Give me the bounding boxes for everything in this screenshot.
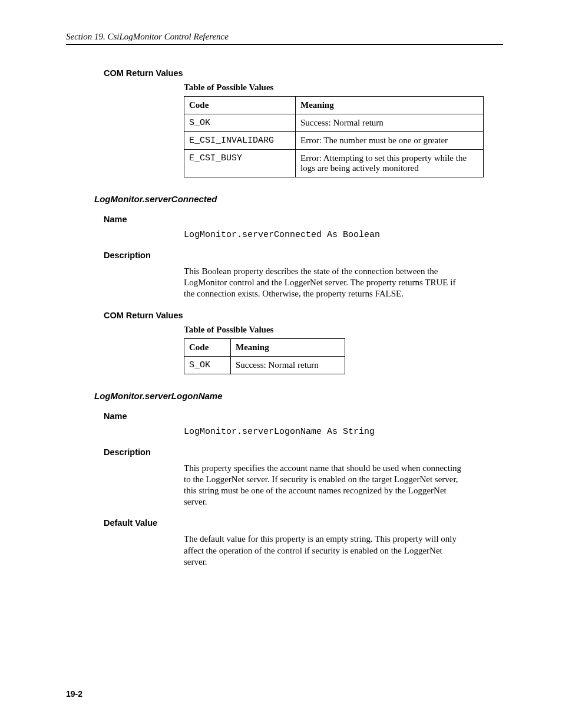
description-text-2: This property specifies the account name… bbox=[184, 463, 468, 508]
th-code: Code bbox=[184, 97, 296, 114]
section-title-serverlogonname: LogMonitor.serverLogonName bbox=[94, 391, 503, 401]
cell-code: S_OK bbox=[184, 114, 296, 132]
table-possible-values-2: Code Meaning S_OK Success: Normal return bbox=[184, 338, 345, 374]
table-header-row: Code Meaning bbox=[184, 338, 345, 356]
heading-default-value: Default Value bbox=[104, 518, 503, 528]
cell-meaning: Success: Normal return bbox=[231, 356, 345, 374]
default-value-text: The default value for this property is a… bbox=[184, 533, 468, 568]
heading-name-1: Name bbox=[104, 215, 503, 224]
name-value-1: LogMonitor.serverConnected As Boolean bbox=[184, 230, 503, 240]
description-text-1: This Boolean property describes the stat… bbox=[184, 266, 468, 300]
heading-com-return-values-1: COM Return Values bbox=[104, 68, 503, 78]
th-code: Code bbox=[184, 338, 231, 356]
running-head: Section 19. CsiLogMonitor Control Refere… bbox=[66, 32, 503, 45]
heading-name-2: Name bbox=[104, 411, 503, 421]
heading-description-2: Description bbox=[104, 447, 503, 457]
cell-meaning: Error: Attempting to set this property w… bbox=[296, 150, 484, 177]
page-number: 19-2 bbox=[66, 689, 82, 699]
table-possible-values-1: Code Meaning S_OK Success: Normal return… bbox=[184, 96, 484, 177]
th-meaning: Meaning bbox=[231, 338, 345, 356]
name-value-2: LogMonitor.serverLogonName As String bbox=[184, 427, 503, 437]
table-row: E_CSI_INVALIDARG Error: The number must … bbox=[184, 132, 484, 150]
heading-description-1: Description bbox=[104, 251, 503, 260]
cell-code: E_CSI_INVALIDARG bbox=[184, 132, 296, 150]
cell-code: S_OK bbox=[184, 356, 231, 374]
table-caption-1: Table of Possible Values bbox=[184, 83, 503, 93]
heading-com-return-values-2: COM Return Values bbox=[104, 311, 503, 320]
cell-code: E_CSI_BUSY bbox=[184, 150, 296, 177]
table-row: S_OK Success: Normal return bbox=[184, 114, 484, 132]
th-meaning: Meaning bbox=[296, 97, 484, 114]
cell-meaning: Error: The number must be one or greater bbox=[296, 132, 484, 150]
table-caption-2: Table of Possible Values bbox=[184, 325, 503, 335]
cell-meaning: Success: Normal return bbox=[296, 114, 484, 132]
table-row: S_OK Success: Normal return bbox=[184, 356, 345, 374]
section-title-serverconnected: LogMonitor.serverConnected bbox=[94, 194, 503, 204]
table-header-row: Code Meaning bbox=[184, 97, 484, 114]
table-row: E_CSI_BUSY Error: Attempting to set this… bbox=[184, 150, 484, 177]
page: Section 19. CsiLogMonitor Control Refere… bbox=[0, 0, 562, 728]
